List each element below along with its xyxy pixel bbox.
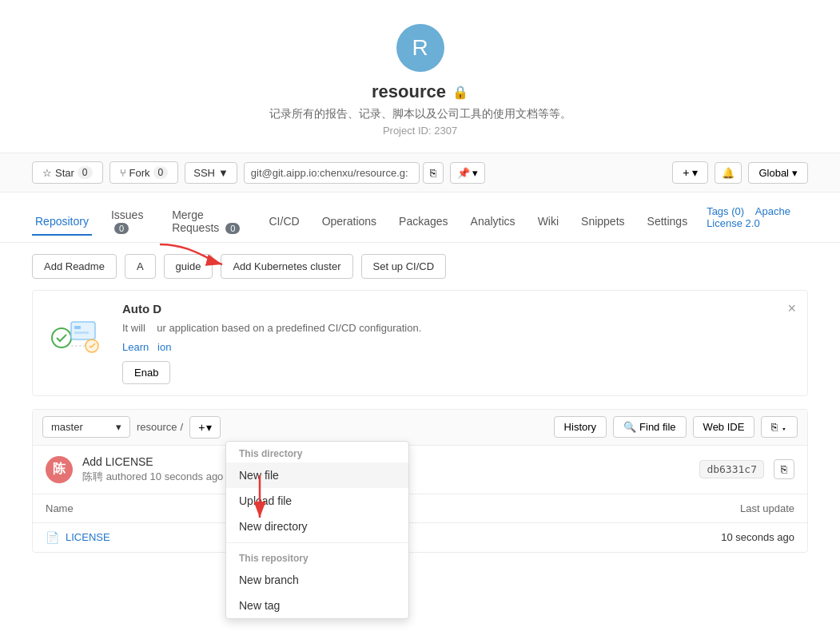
tab-analytics[interactable]: Analytics	[468, 208, 519, 236]
tab-settings[interactable]: Settings	[644, 208, 691, 236]
cicd-banner: Auto D It will ur application based on a…	[32, 290, 808, 396]
svg-rect-2	[74, 326, 81, 329]
copy-hash-button[interactable]: ⎘	[774, 459, 794, 479]
svg-rect-1	[71, 322, 95, 339]
cicd-illustration	[46, 302, 109, 358]
copy-url-button[interactable]: ⎘	[423, 162, 444, 184]
chevron-down-icon: ▾	[206, 421, 212, 434]
page-wrapper: R resource 🔒 记录所有的报告、记录、脚本以及公司工具的使用文档等等。…	[0, 0, 840, 635]
notification-button[interactable]: 🔔	[715, 162, 742, 184]
tabs-area: Repository Issues 0 Merge Requests 0 CI/…	[0, 192, 840, 243]
cicd-enable-button[interactable]: Enab	[122, 361, 170, 384]
add-file-button[interactable]: + ▾	[189, 416, 221, 439]
file-name: LICENSE	[66, 531, 110, 543]
setup-cicd-button[interactable]: Set up CI/CD	[361, 254, 447, 279]
cicd-learn-link[interactable]: Learn ion	[122, 341, 171, 353]
git-url-wrapper: ⎘	[244, 162, 444, 184]
dropdown-item-upload-file[interactable]: Upload file	[226, 488, 408, 514]
breadcrumb: resource /	[137, 421, 183, 433]
dropdown-item-new-tag[interactable]: New tag	[226, 593, 408, 618]
clone-button[interactable]: ⎘ ▾	[761, 416, 798, 438]
add-kubernetes-button[interactable]: Add Kubernetes cluster	[221, 254, 352, 279]
cicd-description: It will ur application based on a predef…	[122, 320, 794, 336]
guide-button[interactable]: guide	[164, 254, 213, 279]
fork-button[interactable]: ⑂ Fork 0	[109, 161, 179, 184]
tab-cicd[interactable]: CI/CD	[266, 208, 303, 236]
tab-snippets[interactable]: Snippets	[578, 208, 627, 236]
license-link[interactable]: Tags (0) Apache License 2.0	[707, 205, 808, 239]
star-count: 0	[78, 166, 93, 179]
chevron-down-icon: ▾	[692, 166, 698, 179]
git-url-input[interactable]	[244, 162, 420, 184]
toolbar: ☆ Star 0 ⑂ Fork 0 SSH ▼ ⎘ 📌 ▾ + ▾ 🔔 Glob…	[0, 153, 840, 192]
svg-rect-3	[74, 331, 89, 334]
dropdown-section-this-repository: This repository	[226, 546, 408, 567]
tab-operations[interactable]: Operations	[319, 208, 380, 236]
tab-repository[interactable]: Repository	[32, 208, 92, 236]
col-last-update: Last update	[534, 494, 807, 523]
pin-button[interactable]: 📌 ▾	[450, 162, 486, 184]
file-browser-toolbar: master ▾ resource / + ▾ History 🔍 Find f…	[33, 410, 807, 446]
file-icon: 📄	[46, 531, 59, 544]
fork-count: 0	[153, 166, 169, 179]
global-button[interactable]: Global ▾	[748, 162, 808, 184]
svg-point-0	[52, 328, 71, 347]
star-button[interactable]: ☆ Star 0	[32, 161, 103, 184]
dropdown-item-new-branch[interactable]: New branch	[226, 567, 408, 593]
fork-icon: ⑂	[120, 167, 126, 179]
avatar: 陈	[46, 456, 73, 483]
table-row: 📄 LICENSE Add LICENSE 10 seconds ago	[33, 522, 807, 552]
find-file-button[interactable]: 🔍 Find file	[613, 416, 687, 438]
tab-merge-requests[interactable]: Merge Requests 0	[169, 202, 249, 242]
cicd-content: Auto D It will ur application based on a…	[122, 302, 794, 384]
project-name: resource 🔒	[372, 81, 468, 102]
cicd-title: Auto D	[122, 302, 794, 316]
search-icon: 🔍	[623, 421, 636, 433]
action-row: Add Readme A guide Add Kubernetes cluste…	[0, 243, 840, 290]
history-button[interactable]: History	[554, 416, 607, 438]
project-description: 记录所有的报告、记录、脚本以及公司工具的使用文档等等。	[269, 107, 571, 121]
web-ide-button[interactable]: Web IDE	[693, 416, 755, 438]
tab-issues[interactable]: Issues 0	[108, 202, 153, 242]
file-table: Name Last commit Last update 📄 LICENSE A…	[33, 494, 807, 552]
project-id: Project ID: 2307	[383, 125, 457, 137]
file-browser: master ▾ resource / + ▾ History 🔍 Find f…	[32, 409, 808, 553]
last-update-cell: 10 seconds ago	[534, 522, 807, 552]
add-readme-button[interactable]: Add Readme	[32, 254, 117, 279]
dropdown-item-new-directory[interactable]: New directory	[226, 514, 408, 539]
tab-packages[interactable]: Packages	[396, 208, 451, 236]
dropdown-menu: This directory New file Upload file New …	[225, 441, 409, 619]
lock-icon: 🔒	[452, 85, 468, 100]
file-browser-toolbar-right: History 🔍 Find file Web IDE ⎘ ▾	[554, 416, 798, 438]
chevron-down-icon: ▾	[792, 167, 798, 179]
add-button-secondary[interactable]: A	[125, 254, 156, 279]
commit-row: 陈 Add LICENSE 陈聘 authored 10 seconds ago…	[33, 446, 807, 494]
close-icon[interactable]: ×	[787, 300, 796, 317]
avatar: R	[396, 24, 444, 72]
dropdown-divider	[226, 542, 408, 543]
dropdown-item-new-file[interactable]: New file	[226, 462, 408, 488]
project-header: R resource 🔒 记录所有的报告、记录、脚本以及公司工具的使用文档等等。…	[0, 0, 840, 153]
ssh-dropdown[interactable]: SSH ▼	[185, 162, 237, 184]
commit-hash: db6331c7	[699, 460, 764, 478]
branch-selector[interactable]: master ▾	[42, 416, 130, 438]
chevron-down-icon: ▼	[218, 167, 229, 179]
dropdown-section-this-directory: This directory	[226, 442, 408, 462]
tab-wiki[interactable]: Wiki	[535, 208, 562, 236]
chevron-down-icon: ▾	[116, 421, 121, 433]
star-icon: ☆	[42, 167, 52, 179]
add-button[interactable]: + ▾	[672, 161, 708, 184]
